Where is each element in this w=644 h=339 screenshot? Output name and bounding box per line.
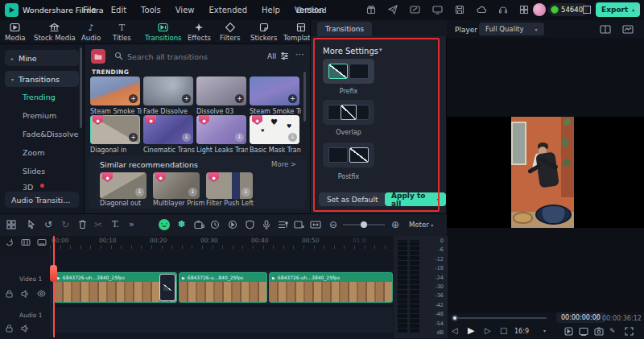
menu-tools[interactable]: Tools — [141, 6, 161, 14]
more-settings-chevron-icon[interactable]: ▾ — [379, 47, 382, 53]
preview-render-icon[interactable] — [37, 238, 47, 246]
timeline-playhead-handle[interactable] — [50, 265, 57, 282]
sidebar-item-premium[interactable]: Premium — [23, 111, 56, 120]
my-transitions-folder-icon[interactable] — [91, 49, 105, 64]
sidebar-section-transitions[interactable]: ▾ Transitions — [5, 71, 79, 87]
next-frame-button[interactable]: ▷ — [485, 326, 491, 335]
tab-transitions-settings[interactable]: Transitions — [317, 22, 372, 36]
transition-thumb-light-leaks[interactable]: ◆↓ — [196, 115, 246, 144]
audio-mixer-icon[interactable] — [278, 220, 288, 229]
download-icon[interactable]: ↓ — [188, 188, 197, 196]
transition-thumb-steam-smoke-2[interactable]: + — [250, 76, 299, 105]
similar-more-link[interactable]: More > — [271, 160, 296, 168]
sidebar-item-slides[interactable]: Slides — [23, 167, 45, 176]
download-icon[interactable]: ↓ — [242, 188, 250, 196]
playhead-handle[interactable] — [452, 315, 458, 321]
zoom-slider-knob[interactable] — [361, 221, 367, 228]
audio-track-lane[interactable] — [50, 308, 393, 333]
record-icon[interactable] — [228, 220, 237, 229]
text-tool-icon[interactable]: T. — [112, 219, 119, 229]
transition-thumb-steam-smoke-1[interactable]: + — [90, 76, 140, 105]
mode-prefix[interactable] — [323, 59, 374, 84]
transition-thumb-cinematic[interactable]: ◆↓ — [143, 115, 193, 144]
timeline-ruler[interactable]: 00:00 00:10 00:20 00:30 00:40 00:50 01:0 — [0, 236, 447, 250]
transition-thumb-filter-push-left[interactable]: ◆↓ — [206, 172, 253, 199]
speed-icon[interactable] — [210, 220, 220, 229]
select-tool-icon[interactable] — [27, 220, 36, 229]
more-options-icon[interactable]: ⋯ — [295, 49, 304, 60]
video-clip-3[interactable]: ▶6843726-uh...3840_25fps — [269, 272, 393, 303]
cloud-icon[interactable] — [477, 5, 487, 14]
mode-postfix[interactable] — [323, 143, 374, 167]
add-icon[interactable]: + — [235, 94, 244, 103]
minimize-button[interactable]: – — [569, 2, 580, 16]
download-icon[interactable]: ↓ — [235, 133, 244, 142]
add-icon[interactable]: + — [129, 133, 138, 142]
transition-thumb-diagonal-out[interactable]: ◆↓ — [100, 172, 147, 199]
timeline-zoom-slider[interactable] — [343, 224, 385, 225]
more-settings-label[interactable]: More Settings — [323, 47, 378, 56]
menu-file[interactable]: File — [83, 6, 97, 14]
apply-to-all-button[interactable]: Apply to all ▾ — [385, 192, 446, 206]
display-icon[interactable] — [432, 5, 443, 14]
download-icon[interactable]: ↓ — [288, 133, 297, 142]
share-plane-icon[interactable] — [388, 5, 398, 14]
tab-titles[interactable]: T Titles — [113, 23, 131, 42]
menu-view[interactable]: View — [175, 6, 195, 14]
add-icon[interactable]: + — [129, 94, 138, 103]
download-icon[interactable]: ↓ — [182, 133, 191, 142]
filter-all-label[interactable]: All — [267, 52, 276, 60]
download-icon[interactable]: ↓ — [135, 188, 144, 196]
video-clip-2[interactable]: ▶6843726-u...840_25fps — [179, 272, 267, 303]
tab-media[interactable]: Media — [5, 23, 26, 42]
more-tools-icon[interactable]: » — [129, 219, 134, 229]
tab-transitions[interactable]: Transitions — [145, 23, 182, 42]
aspect-chevron-icon[interactable]: ▾ — [543, 328, 546, 333]
tab-effects[interactable]: Effects — [188, 23, 211, 42]
ai-face-icon[interactable] — [159, 219, 170, 230]
menu-edit[interactable]: Edit — [111, 6, 126, 14]
timeline-playhead-line[interactable] — [53, 236, 55, 337]
previous-frame-button[interactable]: ◁ — [452, 326, 458, 335]
video-track-lock-icon[interactable] — [6, 290, 13, 298]
close-button[interactable]: ✕ — [633, 4, 639, 13]
snapshot-camera-icon[interactable] — [594, 327, 604, 336]
track-manager-icon[interactable] — [6, 220, 16, 229]
sidebar-item-zoom[interactable]: Zoom — [23, 148, 44, 157]
split-view-icon[interactable] — [600, 25, 611, 34]
filter-icon[interactable] — [280, 52, 289, 60]
tab-audio[interactable]: ♪ Audio — [81, 23, 101, 42]
scopes-icon[interactable] — [622, 25, 634, 34]
split-scissors-icon[interactable]: ✂ — [94, 219, 102, 230]
sidebar-item-trending[interactable]: Trending — [23, 93, 56, 101]
zoom-in-icon[interactable]: ⊕ — [391, 219, 399, 230]
snapshot-icon[interactable] — [194, 220, 204, 229]
play-button[interactable]: ▶ — [468, 325, 474, 336]
stop-button[interactable]: □ — [500, 326, 507, 335]
audio-track-lock-icon[interactable] — [6, 325, 13, 333]
transition-thumb-fade-dissolve[interactable]: + — [143, 76, 193, 105]
transition-thumb-basic-mask[interactable]: ◆ ♥ ♥ ♥ ↓ — [250, 115, 299, 144]
menu-extended[interactable]: Extended — [208, 6, 247, 14]
aspect-ratio-label[interactable]: 16:9 — [514, 328, 529, 335]
render-button[interactable] — [564, 327, 573, 336]
fullscreen-icon[interactable] — [625, 327, 634, 336]
tab-stickers[interactable]: Stickers — [250, 23, 278, 42]
video-track-hide-icon[interactable] — [37, 290, 46, 297]
quality-dropdown[interactable]: Full Quality ▾ — [479, 23, 544, 35]
sidebar-item-fade-dissolve[interactable]: Fade&Dissolve — [23, 130, 78, 138]
safe-area-shield-icon[interactable] — [246, 220, 254, 229]
mode-overlap[interactable] — [323, 100, 374, 125]
apply-chevron-icon[interactable]: ▾ — [437, 196, 440, 202]
tab-stock-media[interactable]: Stock Media — [34, 23, 76, 42]
sidebar-item-3d[interactable]: 3D — [23, 183, 33, 192]
transition-thumb-dissolve-03[interactable]: + — [196, 76, 246, 105]
menu-help[interactable]: Help — [262, 6, 280, 14]
add-icon[interactable]: + — [182, 94, 191, 103]
auto-ripple-icon[interactable] — [310, 220, 321, 229]
undo-icon[interactable]: ↺ — [44, 219, 52, 230]
ai-tools-icon[interactable]: ✽ — [178, 219, 185, 229]
search-input[interactable]: Search all transitions — [127, 52, 208, 61]
marker-pen-icon[interactable]: ✎ — [609, 327, 616, 335]
save-icon[interactable] — [455, 5, 464, 14]
